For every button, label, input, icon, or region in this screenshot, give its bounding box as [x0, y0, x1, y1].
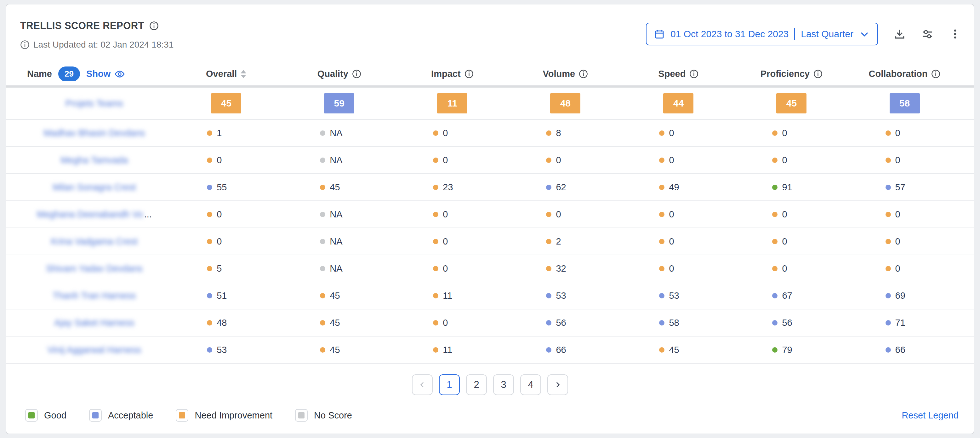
score-value: 53	[669, 290, 679, 301]
legend-swatch-box	[176, 409, 188, 422]
download-button[interactable]	[894, 28, 906, 40]
name-cell: Krina Vadgama Crest	[19, 236, 170, 247]
row-name-link[interactable]: Meghana Deenabandh Vo	[37, 209, 143, 220]
column-header-impact[interactable]: Impact	[396, 69, 509, 79]
column-header-overall[interactable]: Overall	[170, 69, 283, 79]
score-dot	[772, 185, 778, 190]
score-value-group: 71	[886, 318, 924, 328]
score-cell-volume: 56	[509, 318, 622, 328]
column-settings-button[interactable]	[921, 28, 933, 40]
reset-legend-link[interactable]: Reset Legend	[902, 410, 959, 420]
name-header-label: Name	[27, 69, 52, 79]
score-value: 0	[443, 236, 448, 247]
legend-swatch	[28, 412, 35, 419]
score-badge: 58	[889, 93, 920, 113]
pagination-page-3[interactable]: 3	[493, 374, 514, 395]
score-value-group: 0	[207, 155, 245, 166]
score-value: 0	[556, 209, 561, 220]
score-value-group: 0	[886, 155, 924, 166]
row-name-link[interactable]: Megha Tamvada	[60, 155, 128, 166]
legend-item-need-improvement[interactable]: Need Improvement	[176, 409, 272, 422]
score-value: 0	[669, 236, 674, 247]
info-icon[interactable]	[813, 69, 822, 78]
info-icon[interactable]	[689, 69, 698, 78]
show-label: Show	[86, 69, 111, 79]
score-value: 0	[782, 128, 787, 139]
column-header-collaboration[interactable]: Collaboration	[848, 69, 961, 79]
legend-item-good[interactable]: Good	[25, 409, 67, 422]
score-value-group: NA	[320, 155, 358, 166]
score-dot	[207, 185, 212, 190]
score-dot	[772, 320, 778, 325]
pagination-page-4[interactable]: 4	[520, 374, 541, 395]
date-range-button[interactable]: 01 Oct 2023 to 31 Dec 2023 Last Quarter	[646, 23, 878, 45]
pagination-page-1[interactable]: 1	[439, 374, 460, 395]
column-header-quality[interactable]: Quality	[283, 69, 396, 79]
last-updated-text: Last Updated at: 02 Jan 2024 18:31	[33, 40, 173, 50]
row-name-link[interactable]: Ajay Saket Harness	[54, 318, 134, 328]
info-icon[interactable]	[465, 69, 474, 78]
legend-item-no-score[interactable]: No Score	[295, 409, 352, 422]
column-header-volume[interactable]: Volume	[509, 69, 622, 79]
sort-icon[interactable]	[240, 70, 246, 78]
more-options-button[interactable]	[949, 28, 961, 40]
title-info-icon[interactable]	[149, 21, 159, 30]
legend-item-acceptable[interactable]: Acceptable	[89, 409, 153, 422]
score-dot	[320, 320, 325, 325]
score-cell-overall: 48	[170, 318, 283, 328]
score-value-group: 0	[659, 263, 697, 274]
row-name-link[interactable]: Madhav Bhasin Devdans	[43, 128, 145, 139]
score-value-group: 49	[659, 182, 697, 193]
column-header-proficiency[interactable]: Proficiency	[735, 69, 848, 79]
row-name-link[interactable]: Krina Vadgama Crest	[51, 236, 138, 247]
score-dot	[433, 158, 438, 163]
info-icon[interactable]	[931, 69, 940, 78]
show-names-toggle[interactable]: Show	[86, 69, 125, 80]
score-value: 66	[556, 345, 566, 355]
score-dot	[546, 212, 551, 217]
score-value: 91	[782, 182, 792, 193]
pagination-next-button[interactable]	[547, 374, 568, 395]
score-cell-speed: 0	[622, 236, 735, 247]
info-icon[interactable]	[579, 69, 588, 78]
score-dot	[433, 131, 438, 136]
name-ellipsis: ...	[144, 209, 152, 220]
score-cell-overall: 51	[170, 290, 283, 301]
report-header-actions: 01 Oct 2023 to 31 Dec 2023 Last Quarter	[646, 23, 961, 45]
score-value: 53	[217, 345, 227, 355]
score-cell-collaboration: 0	[848, 209, 961, 220]
column-label: Impact	[431, 69, 460, 79]
score-value-group: 0	[546, 155, 584, 166]
column-header-speed[interactable]: Speed	[622, 69, 735, 79]
score-dot	[320, 293, 325, 298]
row-name-link[interactable]: Projets Teams	[65, 98, 123, 109]
score-cell-volume: 0	[509, 155, 622, 166]
score-cell-impact: 11	[396, 345, 509, 355]
score-cell-collaboration: 0	[848, 128, 961, 139]
score-cell-quality: NA	[283, 155, 396, 166]
legend-swatch-box	[89, 409, 102, 422]
table-row: Megha Tamvada0NA00000	[6, 147, 974, 174]
row-name-link[interactable]: Milan Sonagra Crest	[52, 182, 136, 193]
score-dot	[433, 320, 438, 325]
pagination-page-2[interactable]: 2	[466, 374, 487, 395]
score-value: 8	[556, 128, 561, 139]
score-badge: 48	[550, 93, 581, 113]
row-name-link[interactable]: Vinij Aggarwal Harness	[48, 345, 142, 355]
score-cell-impact: 0	[396, 236, 509, 247]
score-value: 2	[556, 236, 561, 247]
info-icon[interactable]	[352, 69, 361, 78]
score-value: 69	[895, 290, 905, 301]
row-name-link[interactable]: Thanh Tran Harness	[52, 290, 136, 301]
score-dot	[659, 347, 665, 353]
score-cell-quality: 45	[283, 182, 396, 193]
score-value-group: 45	[320, 182, 358, 193]
pagination: 1234	[6, 374, 974, 395]
score-value-group: 56	[546, 318, 584, 328]
score-value: 0	[782, 155, 787, 166]
score-cell-speed: 49	[622, 182, 735, 193]
score-value-group: 79	[772, 345, 811, 355]
row-name-link[interactable]: Shivam Yadav Devdans	[46, 263, 143, 274]
score-dot	[886, 185, 891, 190]
pagination-prev-button[interactable]	[412, 374, 433, 395]
